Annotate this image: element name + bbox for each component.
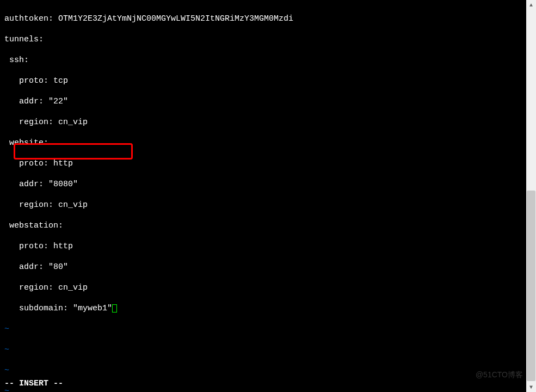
config-line-ssh-addr: addr: "22": [4, 96, 522, 107]
empty-line-tilde: ~: [4, 386, 522, 392]
config-line-ssh-region: region: cn_vip: [4, 117, 522, 127]
config-line-tunnels: tunnels:: [4, 34, 522, 45]
config-line-website-addr: addr: "8080": [4, 179, 522, 189]
config-line-webstation-region: region: cn_vip: [4, 283, 522, 293]
scrollbar-track[interactable]: ▲ ▼: [526, 0, 536, 392]
config-line-authtoken: authtoken: OTM1Y2E3ZjAtYmNjNC00MGYwLWI5N…: [4, 14, 522, 24]
empty-line-tilde: ~: [4, 324, 522, 334]
config-line-website-proto: proto: http: [4, 158, 522, 169]
config-line-webstation-subdomain: subdomain: "myweb1": [4, 303, 522, 314]
empty-line-tilde: ~: [4, 345, 522, 355]
scroll-down-arrow[interactable]: ▼: [526, 382, 536, 392]
config-line-website-region: region: cn_vip: [4, 200, 522, 210]
scroll-up-arrow[interactable]: ▲: [526, 0, 536, 10]
config-line-website: website:: [4, 138, 522, 148]
watermark-text: @51CTO博客: [476, 370, 523, 380]
vim-mode-status: -- INSERT --: [4, 378, 63, 389]
config-line-ssh: ssh:: [4, 55, 522, 65]
cursor-icon: [112, 304, 117, 313]
config-line-webstation: webstation:: [4, 220, 522, 231]
scrollbar-thumb[interactable]: [527, 191, 535, 381]
config-line-webstation-addr: addr: "80": [4, 262, 522, 272]
empty-line-tilde: ~: [4, 365, 522, 376]
config-line-webstation-proto: proto: http: [4, 241, 522, 252]
terminal-editor[interactable]: authtoken: OTM1Y2E3ZjAtYmNjNC00MGYwLWI5N…: [0, 0, 526, 392]
config-line-ssh-proto: proto: tcp: [4, 76, 522, 86]
